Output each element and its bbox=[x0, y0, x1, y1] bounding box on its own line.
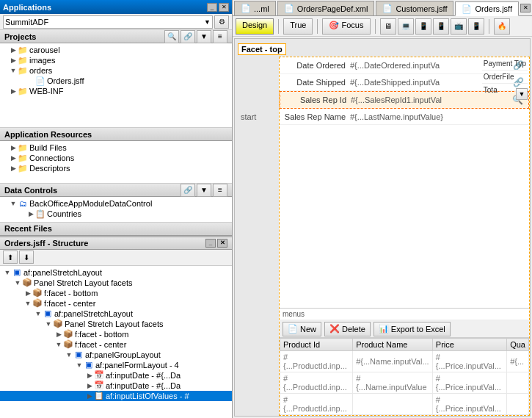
structure-header: Orders.jsff - Structure _ ✕ bbox=[0, 237, 232, 250]
export-button[interactable]: 📊 Export to Excel bbox=[374, 322, 451, 336]
tree-item-panel-facets-2[interactable]: ▼ 📦 Panel Stretch Layout facets bbox=[0, 319, 232, 329]
config-button[interactable]: ⚙ bbox=[214, 15, 229, 29]
content-area: Payment Typ OrderFile Tota ▼ Date Ordere… bbox=[279, 57, 530, 416]
device-icon-4[interactable]: 📱 bbox=[433, 18, 449, 35]
label-countries: Countries bbox=[47, 209, 81, 218]
tree-item-af-form-layout[interactable]: ▼ ▣ af:panelFormLayout - 4 bbox=[0, 360, 232, 370]
focus-button[interactable]: 🎯 Focus bbox=[322, 18, 370, 35]
structure-tree: ▼ ▣ af:panelStretchLayout ▼ 📦 Panel Stre… bbox=[0, 266, 232, 418]
tree-item-af-panel-stretch[interactable]: ▼ ▣ af:panelStretchLayout bbox=[0, 267, 232, 278]
expand-icon-backoffice: ▼ bbox=[9, 199, 18, 208]
structure-close-btn[interactable]: ✕ bbox=[217, 239, 227, 248]
label-af-panel-stretch: af:panelStretchLayout bbox=[23, 268, 102, 277]
tree-item-input-date2[interactable]: ▶ 📅 af:inputDate - #{...Da bbox=[0, 381, 232, 391]
delete-button[interactable]: ❌ Delete bbox=[324, 322, 371, 336]
projects-tb-btn1[interactable]: 🔍 bbox=[164, 30, 179, 43]
data-controls-header: Data Controls 🔗 ▼ ≡ bbox=[0, 184, 232, 197]
tree-item-panel-facets-1[interactable]: ▼ 📦 Panel Stretch Layout facets bbox=[0, 278, 232, 288]
tree-item-carousel[interactable]: ▶ 📁 carousel bbox=[0, 45, 232, 55]
table-toolbar: 📄 New ❌ Delete 📊 Export to Excel bbox=[280, 320, 529, 338]
icon-input-date2: 📅 bbox=[94, 381, 104, 390]
cell-qty-2 bbox=[507, 372, 529, 394]
icon-af-form: ▣ bbox=[84, 361, 94, 370]
label-sales-rep-id: Sales Rep Id bbox=[285, 96, 351, 104]
structure-minimize-btn[interactable]: _ bbox=[205, 239, 216, 248]
structure-title: Orders.jsff - Structure bbox=[4, 239, 88, 248]
device-icon-2[interactable]: 💻 bbox=[398, 18, 414, 35]
tab-customers[interactable]: 📄 Customers.jsff bbox=[376, 1, 453, 15]
tree-item-backoffice[interactable]: ▼ 🗂 BackOfficeAppModuleDataControl bbox=[0, 198, 232, 209]
cell-qty-3 bbox=[507, 394, 529, 415]
structure-toolbar: ⬆ ⬇ bbox=[0, 250, 232, 266]
toolbar-sep3 bbox=[375, 19, 376, 34]
tree-item-web-inf[interactable]: ▶ 📁 WEB-INF bbox=[0, 86, 232, 96]
close-button[interactable]: ✕ bbox=[219, 3, 229, 12]
export-label: Export to Excel bbox=[391, 325, 445, 334]
tree-item-af-group-layout[interactable]: ▼ ▣ af:panelGroupLayout bbox=[0, 350, 232, 360]
panel-close-btn[interactable]: ✕ bbox=[520, 4, 531, 12]
expand-icon-input-date1: ▶ bbox=[85, 371, 94, 380]
tab-orders-jsff[interactable]: 📄 Orders.jsff bbox=[455, 1, 519, 16]
tree-item-orders[interactable]: ▼ 📁 orders bbox=[0, 65, 232, 76]
structure-tb1[interactable]: ⬆ bbox=[3, 251, 18, 264]
projects-filter-btn[interactable]: ▼ bbox=[197, 30, 211, 43]
tree-item-countries[interactable]: ▶ 📋 Countries bbox=[0, 209, 232, 218]
expand-icon-build: ▶ bbox=[9, 143, 18, 152]
icon-ffacet-center2: 📦 bbox=[63, 340, 73, 349]
projects-header: Projects 🔍 🔗 ▼ ≡ bbox=[0, 30, 232, 43]
app-resources-section: Application Resources ▶ 📁 Build Files ▶ … bbox=[0, 128, 232, 184]
design-button[interactable]: Design bbox=[236, 18, 274, 35]
dc-tb1[interactable]: 🔗 bbox=[181, 184, 195, 197]
tab-orders-jsff-label: Orders.jsff bbox=[475, 4, 512, 13]
tab-ml[interactable]: 📄 ...ml bbox=[234, 1, 276, 15]
table-row: #{...ProductId.inp... #{...Name.inputVal… bbox=[280, 351, 529, 372]
device-icon-5[interactable]: 📺 bbox=[451, 18, 467, 35]
toolbar-sep2 bbox=[317, 19, 318, 34]
value-sales-rep-id: #{...SalesRepId1.inputVal bbox=[351, 96, 511, 104]
minimize-button[interactable]: _ bbox=[207, 3, 217, 12]
tree-item-orders-jsff[interactable]: 📄 Orders.jsff bbox=[0, 76, 232, 86]
app-resources-header: Application Resources bbox=[0, 128, 232, 141]
projects-tb-btn2[interactable]: 🔗 bbox=[181, 30, 195, 43]
projects-tb-btn3[interactable]: ≡ bbox=[213, 30, 227, 43]
label-ffacet-bottom2: f:facet - bottom bbox=[75, 330, 128, 339]
payment-type-label: Payment Typ bbox=[482, 57, 528, 71]
tree-item-build-files[interactable]: ▶ 📁 Build Files bbox=[0, 143, 232, 153]
tree-item-ffacet-bottom[interactable]: ▶ 📦 f:facet - bottom bbox=[0, 288, 232, 298]
dropdown-arrow-btn[interactable]: ▼ bbox=[516, 88, 528, 100]
expand-icon-input-list: ▶ bbox=[85, 392, 94, 400]
tree-item-ffacet-center2[interactable]: ▼ 📦 f:facet - center bbox=[0, 339, 232, 350]
device-icon-3[interactable]: 📱 bbox=[415, 18, 431, 35]
device-icon-1[interactable]: 🖥 bbox=[380, 18, 396, 35]
dc-tb2[interactable]: ≡ bbox=[213, 184, 227, 197]
cell-product-id-1: #{...ProductId.inp... bbox=[280, 351, 353, 372]
fire-icon[interactable]: 🔥 bbox=[494, 18, 510, 35]
col-qty: Qua bbox=[507, 339, 529, 351]
tree-item-input-list[interactable]: ▶ 📋 af:inputListOfValues - # bbox=[0, 391, 232, 401]
structure-tb2[interactable]: ⬇ bbox=[19, 251, 34, 264]
right-panel: 📄 ...ml 📄 OrdersPageDef.xml 📄 Customers.… bbox=[233, 0, 532, 418]
tree-item-descriptors[interactable]: ▶ 📁 Descriptors bbox=[0, 163, 232, 173]
tree-item-ffacet-bottom2[interactable]: ▶ 📦 f:facet - bottom bbox=[0, 329, 232, 339]
expand-icon-ffacet-center2: ▼ bbox=[54, 340, 63, 349]
new-button[interactable]: 📄 New bbox=[283, 322, 321, 336]
expand-icon-ffacet-bottom: ▶ bbox=[23, 289, 32, 298]
label-sales-rep-name: Sales Rep Name bbox=[284, 112, 350, 121]
data-table: Product Id Product Name Price Qua #{...P… bbox=[280, 338, 529, 415]
tree-item-input-date1[interactable]: ▶ 📅 af:inputDate - #{...Da bbox=[0, 370, 232, 381]
tree-item-images[interactable]: ▶ 📁 images bbox=[0, 55, 232, 65]
expand-icon-af-form: ▼ bbox=[75, 361, 84, 370]
tree-item-af-panel-stretch2[interactable]: ▼ ▣ af:panelStretchLayout bbox=[0, 309, 232, 319]
cell-product-name-3 bbox=[353, 394, 433, 415]
tab-orders-page-def[interactable]: 📄 OrdersPageDef.xml bbox=[277, 1, 375, 15]
app-resources-tree: ▶ 📁 Build Files ▶ 📁 Connections ▶ 📁 Desc… bbox=[0, 141, 232, 180]
app-dropdown[interactable]: SummitADF ▼ bbox=[3, 15, 213, 29]
true-button[interactable]: True bbox=[283, 18, 313, 35]
tree-item-connections[interactable]: ▶ 📁 Connections bbox=[0, 153, 232, 163]
label-input-date2: af:inputDate - #{...Da bbox=[106, 381, 181, 390]
device-icon-6[interactable]: 📱 bbox=[468, 18, 484, 35]
data-controls-tree: ▼ 🗂 BackOfficeAppModuleDataControl ▶ 📋 C… bbox=[0, 197, 232, 218]
tree-item-ffacet-center[interactable]: ▼ 📦 f:facet - center bbox=[0, 298, 232, 309]
dc-filter[interactable]: ▼ bbox=[197, 184, 211, 197]
tab-customers-icon: 📄 bbox=[382, 4, 393, 13]
